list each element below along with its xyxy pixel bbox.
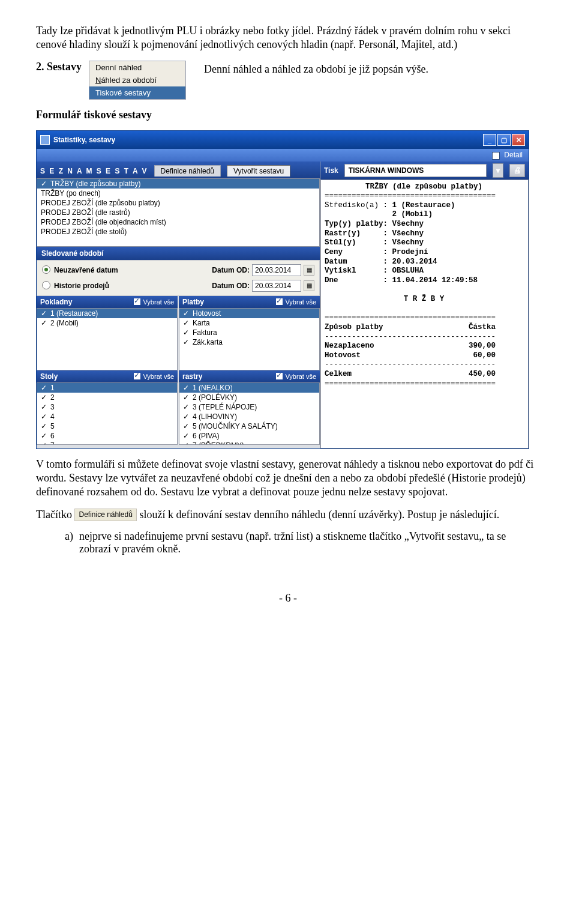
pokladny-select-all[interactable]: Vybrat vše xyxy=(134,298,174,306)
platby-list[interactable]: ✓Hotovost ✓Karta ✓Faktura ✓Zák.karta xyxy=(179,308,320,370)
menu-item-tiskove[interactable]: Tiskové sestavy xyxy=(89,86,185,99)
pokladny-header: Pokladny xyxy=(40,298,72,306)
print-preview: TRŽBY (dle způsobu platby)==============… xyxy=(320,180,529,448)
list-item[interactable]: ✓5 (MOUČNÍKY A SALÁTY) xyxy=(179,421,319,431)
tab-definice[interactable]: Definice náhledů xyxy=(154,165,221,177)
list-item[interactable]: PRODEJ ZBOŽÍ (dle stolů) xyxy=(37,227,319,237)
platby-header: Platby xyxy=(182,298,204,306)
detail-bar: Detail xyxy=(37,149,529,161)
stoly-list[interactable]: ✓1 ✓2 ✓3 ✓4 ✓5 ✓6 ✓7 xyxy=(37,382,178,445)
tisk-label: Tisk xyxy=(324,166,338,175)
list-item[interactable]: ✓Faktura xyxy=(179,328,319,337)
bullet-marker: a) xyxy=(65,530,73,555)
list-item[interactable]: ✓3 xyxy=(37,402,177,412)
detail-checkbox[interactable] xyxy=(492,152,500,160)
intro-paragraph: Tady lze přidávat k jednotlivým PLU i ob… xyxy=(36,24,540,52)
radio-neuzavrene[interactable]: Neuzavřené datum xyxy=(42,265,118,274)
list-item[interactable]: ✓1 (NEALKO) xyxy=(179,383,319,393)
platby-select-all[interactable]: Vybrat vše xyxy=(276,298,316,306)
detail-label: Detail xyxy=(504,151,523,159)
list-item[interactable]: ✓Hotovost xyxy=(179,309,319,318)
list-item[interactable]: ✓6 (PIVA) xyxy=(179,431,319,441)
tabstrip: S E Z N A M S E S T A V Definice náhledů… xyxy=(37,162,320,178)
window-title: Statistiky, sestavy xyxy=(53,136,483,144)
menu-item-denni[interactable]: Denní náhled xyxy=(89,61,185,74)
list-item[interactable]: ✓4 (LIHOVINY) xyxy=(179,412,319,421)
list-item[interactable]: TRŽBY (po dnech) xyxy=(37,189,319,198)
printer-dropdown-icon[interactable]: ▾ xyxy=(493,163,503,178)
rastry-header: rastry xyxy=(182,372,202,381)
list-item[interactable]: ✓2 xyxy=(37,393,177,402)
maximize-button[interactable]: ▢ xyxy=(497,134,511,146)
definice-nahledu-button: Definice náhledů xyxy=(74,509,136,522)
sestavy-heading: 2. Sestavy xyxy=(36,61,82,73)
menu-item-obdobi[interactable]: Náhled za období xyxy=(89,74,185,86)
minimize-button[interactable]: _ xyxy=(483,134,496,146)
list-item[interactable]: ✓Zák.karta xyxy=(179,337,319,347)
list-item[interactable]: ✓3 (TEPLÉ NÁPOJE) xyxy=(179,402,319,412)
list-item[interactable]: ✓7 (PŘEDKRMY) xyxy=(179,441,319,445)
list-item[interactable]: ✓1 (Restaurace) xyxy=(37,309,177,318)
list-item[interactable]: ✓4 xyxy=(37,412,177,421)
list-item[interactable]: ✓7 xyxy=(37,441,177,445)
list-item[interactable]: PRODEJ ZBOŽÍ (dle způsobu platby) xyxy=(37,198,319,208)
datum-od-label-1: Datum OD: xyxy=(212,266,250,274)
datum-od-label-2: Datum OD: xyxy=(212,282,250,290)
sestavy-menu-snippet: Denní náhled Náhled za období Tiskové se… xyxy=(89,61,186,100)
window-icon xyxy=(40,135,50,145)
close-button[interactable]: ✕ xyxy=(512,134,525,146)
list-item[interactable]: ✓6 xyxy=(37,431,177,441)
list-item[interactable]: PRODEJ ZBOŽÍ (dle objednacích míst) xyxy=(37,217,319,227)
datum-od-input-2[interactable]: 20.03.2014 xyxy=(252,280,301,292)
list-item[interactable]: ✓1 xyxy=(37,383,177,393)
after-paragraph: V tomto formuláři si můžete definovat sv… xyxy=(36,457,540,500)
list-item[interactable]: ✓5 xyxy=(37,421,177,431)
statistiky-window: Statistiky, sestavy _ ▢ ✕ Detail S E Z N… xyxy=(36,130,529,448)
sestavy-note: Denní náhled a náhled za období je již p… xyxy=(196,61,540,76)
sledovane-header: Sledované období xyxy=(37,247,320,260)
datum-od-input-1[interactable]: 20.03.2014 xyxy=(252,264,301,276)
tab-vytvorit[interactable]: Vytvořit sestavu xyxy=(227,165,290,177)
list-item[interactable]: ✓2 (POLÉVKY) xyxy=(179,393,319,402)
sestavy-list[interactable]: ✓TRŽBY (dle způsobu platby) TRŽBY (po dn… xyxy=(37,178,320,247)
page-number: - 6 - xyxy=(36,591,540,605)
list-item[interactable]: ✓Karta xyxy=(179,318,319,328)
bullet-a-text: nejprve si nadefinujeme první sestavu (n… xyxy=(79,530,540,555)
formular-heading: Formulář tiskové sestavy xyxy=(36,108,540,122)
stoly-header: Stoly xyxy=(40,372,58,381)
print-icon[interactable]: 🖨 xyxy=(509,164,525,177)
calendar-icon[interactable]: ▦ xyxy=(304,280,314,291)
printer-select[interactable]: TISKÁRNA WINDOWS xyxy=(344,164,487,177)
list-item[interactable]: ✓TRŽBY (dle způsobu platby) xyxy=(37,179,319,189)
radio-historie[interactable]: Historie prodejů xyxy=(42,281,109,290)
list-item[interactable]: PRODEJ ZBOŽÍ (dle rastrů) xyxy=(37,208,319,217)
rastry-list[interactable]: ✓1 (NEALKO) ✓2 (POLÉVKY) ✓3 (TEPLÉ NÁPOJ… xyxy=(179,382,320,445)
tabstrip-title: S E Z N A M S E S T A V xyxy=(40,167,148,175)
pokladny-list[interactable]: ✓1 (Restaurace) ✓2 (Mobil) xyxy=(37,308,178,370)
list-item[interactable]: ✓2 (Mobil) xyxy=(37,318,177,328)
calendar-icon[interactable]: ▦ xyxy=(304,265,314,276)
titlebar: Statistiky, sestavy _ ▢ ✕ xyxy=(37,131,529,149)
rastry-select-all[interactable]: Vybrat vše xyxy=(276,373,316,380)
stoly-select-all[interactable]: Vybrat vše xyxy=(134,373,174,380)
tlacitko-paragraph: Tlačítko Definice náhledů slouží k defin… xyxy=(36,508,540,522)
